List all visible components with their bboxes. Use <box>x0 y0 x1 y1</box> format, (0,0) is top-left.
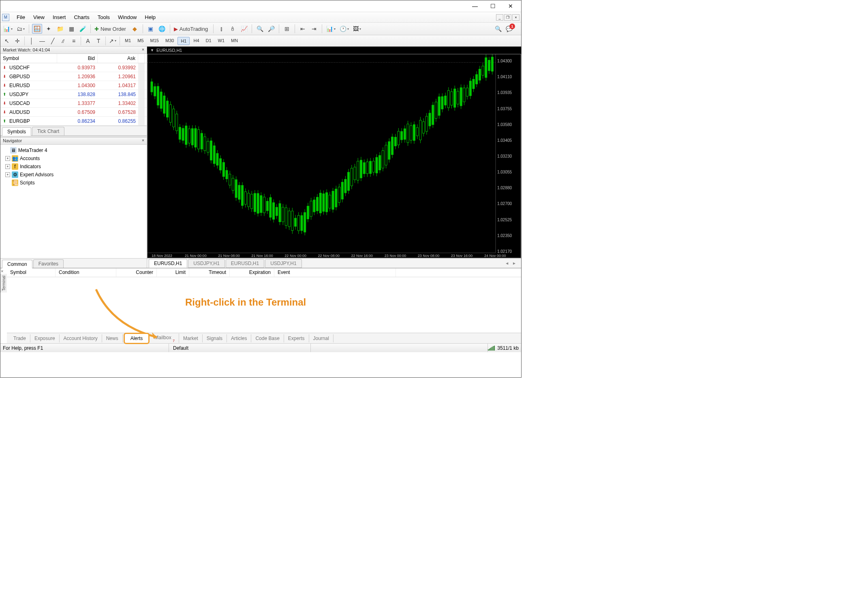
terminal-tab-trade[interactable]: Trade <box>9 334 30 342</box>
new-chart-icon[interactable]: 📊 <box>2 24 14 34</box>
timeframe-H1[interactable]: H1 <box>177 37 190 45</box>
terminal-tab-exposure[interactable]: Exposure <box>30 334 60 342</box>
timeframe-H4[interactable]: H4 <box>190 37 202 45</box>
search-icon[interactable]: 🔍 <box>493 24 503 34</box>
periods-icon[interactable]: 🕐 <box>338 24 350 34</box>
text-icon[interactable]: A <box>83 36 93 46</box>
maximize-button[interactable]: ☐ <box>484 0 502 12</box>
chart-tab[interactable]: USDJPY,H1 <box>188 259 225 268</box>
terminal-columns: SymbolConditionCounterLimitTimeoutExpira… <box>7 268 521 277</box>
terminal-tab-articles[interactable]: Articles <box>227 334 251 342</box>
terminal-content[interactable]: Right-click in the Terminal <box>7 277 521 333</box>
navigator-tree[interactable]: 🖥MetaTrader 4+👥Accounts+fIndicators+⚙Exp… <box>0 145 147 258</box>
zoom-in-icon[interactable]: 🔍 <box>255 24 265 34</box>
market-watch-row[interactable]: ⬆USDJPY138.828138.845 <box>0 90 147 99</box>
terminal-tab-experts[interactable]: Experts <box>284 334 309 342</box>
menu-window[interactable]: Window <box>114 13 141 21</box>
fibonacci-icon[interactable]: ≡ <box>69 36 79 46</box>
new-order-button[interactable]: ✚New Order <box>94 24 128 34</box>
market-watch-row[interactable]: ⬆EURGBP0.862340.86255 <box>0 117 147 126</box>
nav-item-accounts[interactable]: +👥Accounts <box>3 154 144 163</box>
vertical-line-icon[interactable]: │ <box>27 36 36 46</box>
timeframe-M1[interactable]: M1 <box>122 37 134 45</box>
terminal-icon[interactable]: ▦ <box>66 24 76 34</box>
menu-charts[interactable]: Charts <box>70 13 93 21</box>
connection-bars-icon <box>488 346 495 351</box>
market-watch-row[interactable]: ⬇USDCHF0.939730.93992 <box>0 63 147 72</box>
close-icon[interactable]: × <box>140 138 146 143</box>
channel-icon[interactable]: ⫽ <box>58 36 68 46</box>
navigator-icon[interactable]: 📁 <box>55 24 65 34</box>
terminal-tab-alerts[interactable]: Alerts <box>124 333 150 344</box>
chart-tab[interactable]: EURUSD,H1 <box>226 259 264 268</box>
options-icon[interactable]: 🌐 <box>157 24 167 34</box>
horizontal-line-icon[interactable]: — <box>37 36 47 46</box>
timeframe-MN[interactable]: MN <box>228 37 241 45</box>
metaquotes-icon[interactable]: ◆ <box>130 24 140 34</box>
chevron-right-icon[interactable]: ► <box>512 261 516 265</box>
zoom-out-icon[interactable]: 🔎 <box>266 24 276 34</box>
autotrading-button[interactable]: ▶AutoTrading <box>173 24 210 34</box>
line-chart-icon[interactable]: 📈 <box>239 24 249 34</box>
cursor-icon[interactable]: ↖ <box>2 36 12 46</box>
timeframe-M15[interactable]: M15 <box>148 37 162 45</box>
menu-view[interactable]: View <box>29 13 49 21</box>
menu-file[interactable]: File <box>13 13 29 21</box>
trendline-icon[interactable]: ╱ <box>48 36 58 46</box>
tab-favorites[interactable]: Favorites <box>33 259 64 268</box>
menu-insert[interactable]: Insert <box>49 13 70 21</box>
svg-rect-106 <box>313 200 315 212</box>
svg-rect-142 <box>370 161 372 173</box>
terminal-close-icon[interactable]: × <box>0 268 6 274</box>
nav-item-scripts[interactable]: 📜Scripts <box>3 179 144 187</box>
timeframe-W1[interactable]: W1 <box>215 37 228 45</box>
svg-rect-192 <box>447 90 449 107</box>
terminal-tab-signals[interactable]: Signals <box>203 334 227 342</box>
close-button[interactable]: ✕ <box>502 0 520 12</box>
shift-icon[interactable]: ⇥ <box>309 24 319 34</box>
mdi-minimize-icon[interactable]: _ <box>496 14 503 21</box>
metaeditor-icon[interactable]: ▣ <box>146 24 156 34</box>
terminal-tab-market[interactable]: Market <box>179 334 203 342</box>
market-watch-row[interactable]: ⬇USDCAD1.333771.33402 <box>0 99 147 108</box>
bar-chart-icon[interactable]: ⫿ <box>216 24 226 34</box>
data-window-icon[interactable]: ✦ <box>44 24 53 34</box>
close-icon[interactable]: × <box>140 47 146 52</box>
arrows-icon[interactable]: ↗ <box>108 36 118 46</box>
tab-tick-chart[interactable]: Tick Chart <box>32 127 64 135</box>
mdi-close-icon[interactable]: × <box>512 14 520 21</box>
timeframe-D1[interactable]: D1 <box>203 37 214 45</box>
notifications-icon[interactable]: 💬1 <box>505 24 520 34</box>
tile-windows-icon[interactable]: ⊞ <box>282 24 292 34</box>
scroll-icon[interactable]: ⇤ <box>298 24 308 34</box>
market-watch-icon[interactable]: 🪟 <box>32 24 42 34</box>
nav-item-metatrader-4[interactable]: 🖥MetaTrader 4 <box>3 146 144 154</box>
tab-common[interactable]: Common <box>2 260 32 268</box>
mdi-restore-icon[interactable]: ❐ <box>504 14 511 21</box>
nav-item-expert-advisors[interactable]: +⚙Expert Advisors <box>3 171 144 179</box>
templates-icon[interactable]: 🖼 <box>352 24 362 34</box>
market-watch-row[interactable]: ⬇AUDUSD0.675090.67528 <box>0 108 147 117</box>
text-label-icon[interactable]: T <box>94 36 103 46</box>
svg-rect-64 <box>248 193 250 207</box>
chevron-left-icon[interactable]: ◄ <box>505 261 509 265</box>
minimize-button[interactable]: — <box>466 0 484 12</box>
terminal-tab-journal[interactable]: Journal <box>309 334 334 342</box>
chart-tab[interactable]: EURUSD,H1 <box>149 259 187 268</box>
timeframe-M30[interactable]: M30 <box>163 37 177 45</box>
menu-help[interactable]: Help <box>141 13 160 21</box>
tab-symbols[interactable]: Symbols <box>2 127 31 136</box>
nav-item-indicators[interactable]: +fIndicators <box>3 163 144 171</box>
chart-tab[interactable]: USDJPY,H1 <box>265 259 301 268</box>
indicators-icon[interactable]: 📊 <box>325 24 337 34</box>
chart-canvas[interactable]: 1.043001.041101.039351.037551.035801.034… <box>147 54 521 258</box>
terminal-tab-code-base[interactable]: Code Base <box>251 334 284 342</box>
tester-icon[interactable]: 🧪 <box>78 24 88 34</box>
crosshair-icon[interactable]: ✛ <box>13 36 22 46</box>
timeframe-M5[interactable]: M5 <box>135 37 146 45</box>
market-watch-row[interactable]: ⬇GBPUSD1.209361.20961 <box>0 72 147 81</box>
menu-tools[interactable]: Tools <box>94 13 114 21</box>
market-watch-row[interactable]: ⬇EURUSD1.043001.04317 <box>0 81 147 90</box>
candle-chart-icon[interactable]: 🕯 <box>228 24 237 34</box>
profiles-icon[interactable]: 🗂 <box>15 24 26 34</box>
